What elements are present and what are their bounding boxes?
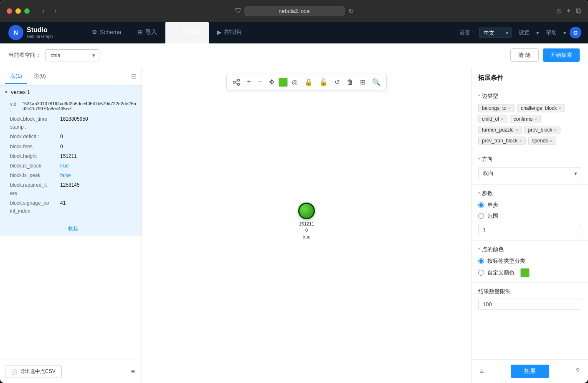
right-panel: 拓展条件 边类型 belongs_to × challenge_block × [471, 67, 588, 383]
tag-farmer-puzzle[interactable]: farmer_puzzle × [478, 126, 522, 134]
tag-x-confirms[interactable]: × [534, 117, 537, 122]
tag-prev-tran-block[interactable]: prev_tran_block × [478, 137, 526, 145]
bottom-help-btn[interactable]: ? [574, 366, 581, 377]
prop-value-signage: 41 [60, 199, 66, 215]
toolbar-delete-btn[interactable]: 🗑 [344, 77, 356, 88]
tab-import[interactable]: ⊞ 导入 [129, 22, 165, 43]
result-limit-section: 结果数量限制 [471, 283, 588, 315]
tag-x-prev-block[interactable]: × [554, 127, 557, 132]
bottom-settings-btn[interactable]: ≡ [478, 366, 485, 377]
vertex-label: vertex 1 [11, 89, 30, 95]
tag-prev-block[interactable]: prev_block × [524, 126, 560, 134]
color-custom-radio[interactable] [478, 270, 484, 276]
result-limit-input[interactable] [478, 299, 581, 310]
new-tab-icon[interactable]: + [566, 7, 571, 15]
panel-menu-button[interactable]: ≡ [129, 366, 137, 377]
start-explore-button[interactable]: 开始探索 [543, 48, 580, 62]
tag-challenge-block[interactable]: challenge_block × [517, 104, 565, 112]
file-icon: 📄 [11, 369, 18, 375]
help-button[interactable]: 帮助 [542, 27, 560, 38]
vid-row: vid: "524aa2013781ff4cd9d2b5dce40647b670… [10, 101, 137, 113]
vertex-header[interactable]: ▾ vertex 1 [0, 86, 142, 99]
step-range-radio[interactable] [478, 213, 484, 219]
prop-value-height: 151211 [60, 152, 77, 160]
tag-x-prev-tran-block[interactable]: × [519, 138, 522, 143]
address-bar: 🛡 ↻ [235, 6, 354, 16]
node-circle [298, 203, 315, 219]
toolbar-move-btn[interactable]: ✥ [266, 76, 277, 88]
tab-schema[interactable]: ⚙ Schema [84, 22, 129, 43]
color-by-tag-item[interactable]: 按标签类型分类 [478, 257, 581, 265]
graph-canvas[interactable]: + − ✥ ◎ 🔒 🔓 [142, 67, 471, 383]
clear-button[interactable]: 清 除 [510, 48, 539, 62]
toolbar-lock-btn[interactable]: 🔒 [302, 76, 315, 88]
nav-right: 语言： 中文 English 设置 ▾ 帮助 ▾ G [459, 27, 588, 38]
step-single-item[interactable]: 单步 [478, 201, 581, 209]
toolbar-unlock-btn[interactable]: 🔓 [317, 76, 330, 88]
tag-x-farmer-puzzle[interactable]: × [515, 127, 518, 132]
step-single-radio[interactable] [478, 202, 484, 208]
tab-console[interactable]: ▶ 控制台 [209, 22, 250, 43]
toolbar-search-btn[interactable]: 🔍 [370, 76, 383, 88]
grid-icon: ⊞ [360, 78, 365, 86]
export-csv-button[interactable]: 📄 导出选中点CSV [5, 365, 62, 378]
steps-label: 步数 [478, 190, 581, 197]
toolbar-undo-btn[interactable]: ↺ [332, 76, 342, 88]
color-custom-item[interactable]: 自定义颜色 [478, 268, 581, 277]
tag-confirms[interactable]: confirms × [510, 115, 541, 123]
tab-edges[interactable]: 边(0) [29, 69, 51, 84]
tag-x-spends[interactable]: × [550, 138, 553, 143]
maximize-button[interactable] [24, 8, 30, 14]
schema-icon: ⚙ [92, 29, 97, 36]
minimize-button[interactable] [15, 8, 21, 14]
collapse-arrow-icon: ↑ [64, 226, 66, 232]
toolbar-remove-btn[interactable]: − [256, 76, 265, 88]
graph-node[interactable]: 151211 0 true [298, 203, 315, 240]
space-selector: chia [45, 49, 99, 61]
close-button[interactable] [7, 8, 12, 14]
toolbar-connect-btn[interactable] [230, 77, 243, 88]
direction-select[interactable]: 双向 出边 入边 [478, 167, 581, 179]
tab-graph[interactable]: ⌥ 图探索 [165, 22, 209, 43]
tab-vertices[interactable]: 点(1) [5, 69, 27, 84]
settings-button[interactable]: 设置 [515, 27, 533, 38]
color-swatch[interactable] [520, 268, 530, 277]
language-select[interactable]: 中文 English [479, 28, 512, 38]
forward-button[interactable]: › [52, 6, 59, 15]
node-label: 151211 0 true [299, 221, 314, 240]
tag-belongs-to[interactable]: belongs_to × [478, 104, 514, 112]
toolbar-add-btn[interactable]: + [244, 76, 254, 88]
toolbar-grid-btn[interactable]: ⊞ [357, 76, 368, 88]
minus-icon: − [258, 78, 263, 86]
tag-child-of[interactable]: child_of × [478, 115, 507, 123]
share-icon[interactable]: ⎋ [557, 7, 561, 15]
refresh-icon[interactable]: ↻ [348, 7, 354, 15]
windows-icon[interactable]: ⧉ [576, 7, 581, 15]
svg-point-0 [233, 81, 235, 83]
steps-input[interactable] [478, 224, 581, 235]
back-button[interactable]: ‹ [40, 6, 47, 15]
url-input[interactable] [245, 6, 345, 16]
expand-button[interactable]: 拓展 [511, 365, 549, 378]
edge-tag-group: belongs_to × challenge_block × child_of … [478, 104, 581, 145]
tag-x-child-of[interactable]: × [501, 117, 503, 122]
vid-value: "524aa2013781ff4cd9d2b5dce40647b670d722e… [23, 101, 137, 113]
prop-key-signage: block.signage_point_index [10, 199, 60, 215]
avatar[interactable]: G [570, 27, 581, 38]
toolbar-color-btn[interactable] [279, 78, 288, 87]
collapse-button[interactable]: ↑ 收起 [0, 222, 142, 236]
prop-key-is-block: block.is_block [10, 162, 60, 170]
tag-x-challenge-block[interactable]: × [558, 106, 561, 111]
space-select[interactable]: chia [45, 49, 99, 61]
tag-spends[interactable]: spends × [528, 137, 556, 145]
svg-point-2 [237, 83, 239, 85]
unlock-icon: 🔓 [319, 78, 328, 86]
filter-icon: ◎ [292, 78, 298, 86]
tag-x-belongs-to[interactable]: × [508, 106, 511, 111]
vertex-item: ▾ vertex 1 vid: "524aa2013781ff4cd9d2b5d… [0, 86, 142, 236]
toolbar-filter-btn[interactable]: ◎ [289, 76, 300, 88]
color-by-tag-radio[interactable] [478, 258, 484, 264]
panel-filter-icon[interactable]: ⊟ [131, 72, 137, 80]
prop-value-deficit: 0 [60, 133, 63, 141]
step-range-item[interactable]: 范围 [478, 212, 581, 220]
